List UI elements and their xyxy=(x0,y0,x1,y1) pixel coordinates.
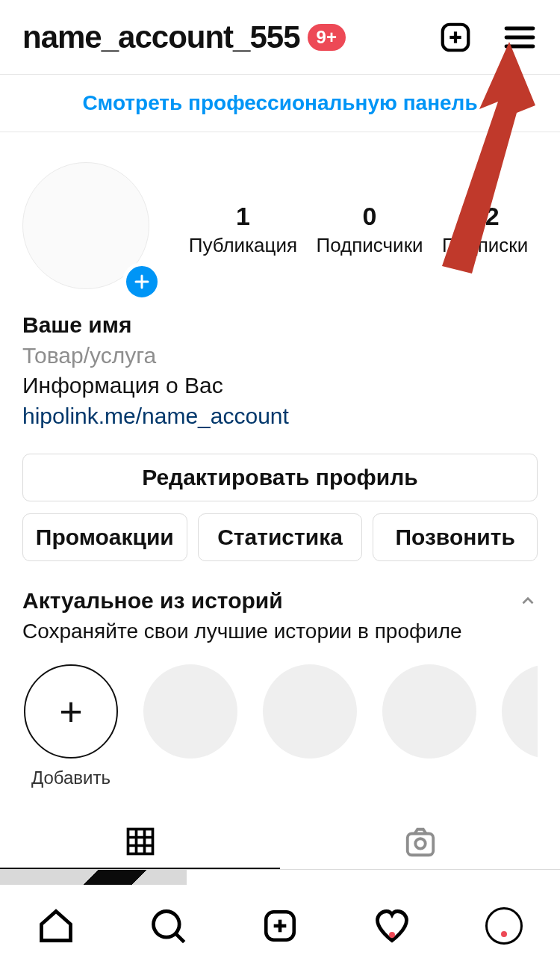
tagged-icon xyxy=(403,825,438,859)
nav-search[interactable] xyxy=(112,906,224,945)
svg-rect-13 xyxy=(407,834,433,856)
svg-rect-8 xyxy=(128,829,152,854)
avatar[interactable] xyxy=(22,162,157,297)
heart-icon xyxy=(373,906,411,945)
bio-link[interactable]: hipolink.me/name_account xyxy=(22,401,538,432)
posts-stat[interactable]: 1 Публикация xyxy=(189,202,297,257)
plus-icon: + xyxy=(24,664,118,759)
hamburger-icon xyxy=(502,19,538,55)
notification-dot xyxy=(501,931,507,937)
highlight-add[interactable]: + Добавить xyxy=(22,664,119,788)
display-name: Ваше имя xyxy=(22,310,538,341)
bio-text: Информация о Вас xyxy=(22,371,538,401)
followers-label: Подписчики xyxy=(317,234,423,257)
nav-home[interactable] xyxy=(0,906,112,945)
menu-button[interactable] xyxy=(499,16,541,58)
highlight-placeholder xyxy=(261,664,358,788)
edit-profile-button[interactable]: Редактировать профиль xyxy=(22,454,538,501)
posts-count: 1 xyxy=(189,202,297,231)
svg-point-15 xyxy=(154,912,180,938)
following-count: 42 xyxy=(442,202,528,231)
plus-square-icon xyxy=(438,20,473,55)
following-stat[interactable]: 42 Подписки xyxy=(442,202,528,257)
insights-button[interactable]: Статистика xyxy=(198,513,363,561)
promotions-button[interactable]: Промоакции xyxy=(22,513,187,561)
search-icon xyxy=(149,906,187,945)
notification-dot xyxy=(389,932,395,938)
followers-count: 0 xyxy=(317,202,423,231)
add-story-badge[interactable] xyxy=(122,262,161,301)
tab-grid[interactable] xyxy=(0,815,280,869)
create-post-button[interactable] xyxy=(435,16,476,58)
highlights-subtitle: Сохраняйте свои лучшие истории в профиле xyxy=(22,620,538,643)
home-icon xyxy=(37,906,75,945)
following-label: Подписки xyxy=(442,234,528,257)
highlight-placeholder xyxy=(500,664,538,788)
plus-square-icon xyxy=(261,907,299,945)
svg-line-16 xyxy=(176,934,184,942)
category-label: Товар/услуга xyxy=(22,341,538,371)
nav-create[interactable] xyxy=(224,907,336,945)
highlight-placeholder xyxy=(381,664,478,788)
profile-avatar-icon xyxy=(485,907,523,945)
highlight-placeholder xyxy=(142,664,239,788)
plus-icon xyxy=(133,273,151,291)
professional-dashboard-link[interactable]: Смотреть профессиональную панель xyxy=(0,75,560,132)
highlights-title: Актуальное из историй xyxy=(22,588,518,614)
notifications-badge: 9+ xyxy=(308,24,346,51)
posts-label: Публикация xyxy=(189,234,297,257)
tab-tagged[interactable] xyxy=(280,815,560,869)
call-button[interactable]: Позвонить xyxy=(373,513,538,561)
nav-profile[interactable] xyxy=(448,907,560,945)
highlight-add-label: Добавить xyxy=(22,767,119,788)
grid-icon xyxy=(124,825,157,858)
chevron-up-icon[interactable] xyxy=(518,591,538,611)
username-label[interactable]: name_account_555 xyxy=(22,19,300,55)
followers-stat[interactable]: 0 Подписчики xyxy=(317,202,423,257)
svg-point-14 xyxy=(415,838,425,848)
nav-activity[interactable] xyxy=(336,906,448,945)
